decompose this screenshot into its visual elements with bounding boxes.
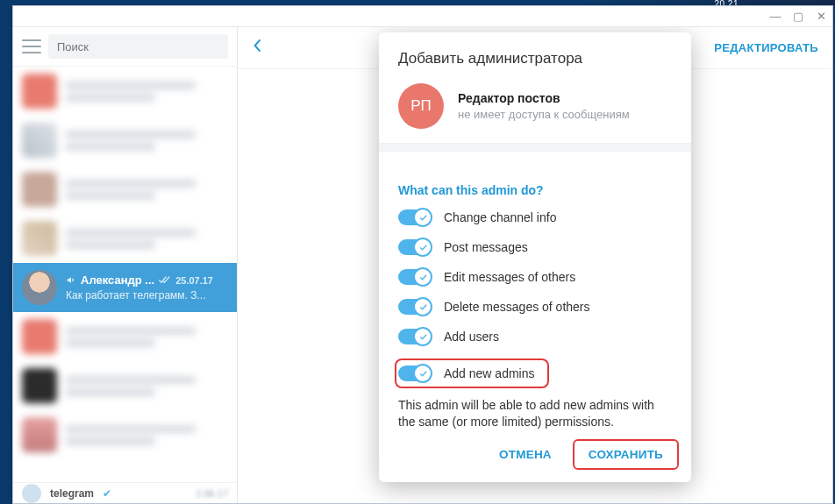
perm-label: Add users — [444, 330, 499, 344]
perm-row-edit_others: Edit messages of others — [398, 269, 672, 285]
chat-item[interactable] — [13, 165, 237, 214]
perm-row-post: Post messages — [398, 239, 672, 255]
avatar: РП — [398, 83, 444, 129]
toggle-add_users[interactable] — [398, 329, 432, 344]
menu-button[interactable] — [22, 39, 41, 53]
avatar — [22, 484, 41, 503]
user-name: Редактор постов — [458, 91, 630, 105]
window-maximize-button[interactable]: ▢ — [792, 11, 804, 23]
chat-list[interactable]: Александр ... 25.07.17 Как работает теле… — [13, 67, 237, 503]
admin-user-row: РП Редактор постов не имеет доступа к со… — [398, 83, 672, 129]
toggle-edit_others[interactable] — [398, 269, 432, 285]
add-admin-dialog: Добавить администратора РП Редактор пост… — [379, 32, 691, 482]
toggle-change_info[interactable] — [398, 209, 432, 225]
app-window: — ▢ ✕ — [12, 5, 833, 504]
avatar — [22, 270, 57, 305]
chat-item[interactable] — [13, 116, 237, 165]
chat-preview: Как работает телеграмм. З... — [66, 289, 228, 302]
main-panel: РЕДАКТИРОВАТЬ Добавить администратора РП… — [238, 27, 832, 503]
chat-item[interactable] — [13, 67, 237, 116]
save-button[interactable]: СОХРАНИТЬ — [573, 439, 679, 470]
perm-label: Add new admins — [444, 366, 535, 380]
chat-item[interactable]: telegram ✔ 2.06.17 — [13, 482, 237, 503]
chat-item[interactable] — [13, 312, 237, 361]
verified-icon: ✔ — [103, 487, 111, 500]
window-minimize-button[interactable]: — — [769, 11, 781, 23]
chat-item-active[interactable]: Александр ... 25.07.17 Как работает теле… — [13, 263, 237, 312]
chat-title: telegram — [50, 487, 94, 500]
chat-item[interactable] — [13, 410, 237, 459]
perm-row-change_info: Change channel info — [398, 209, 672, 225]
window-close-button[interactable]: ✕ — [815, 11, 827, 23]
desktop-edge — [0, 5, 12, 504]
permissions-note: This admin will be able to add new admin… — [398, 397, 672, 430]
toggle-add_admins[interactable] — [398, 366, 432, 381]
separator — [379, 143, 691, 152]
user-subtitle: не имеет доступа к сообщениям — [458, 108, 630, 121]
channel-icon — [66, 274, 77, 286]
titlebar: — ▢ ✕ — [13, 6, 832, 27]
permissions-heading: What can this admin do? — [398, 183, 672, 197]
toggle-post[interactable] — [398, 239, 432, 255]
perm-label: Delete messages of others — [444, 300, 590, 314]
search-input[interactable] — [48, 34, 228, 59]
toggle-delete_others[interactable] — [398, 299, 432, 315]
chat-item[interactable] — [13, 214, 237, 263]
cancel-button[interactable]: ОТМЕНА — [485, 439, 566, 470]
perm-label: Change channel info — [444, 210, 556, 224]
perm-row-add_users: Add users — [398, 329, 672, 344]
chat-title: Александр ... — [81, 273, 154, 287]
perm-row-delete_others: Delete messages of others — [398, 299, 672, 315]
read-checks-icon — [158, 275, 172, 285]
dialog-title: Добавить администратора — [398, 50, 672, 67]
modal-overlay: Добавить администратора РП Редактор пост… — [238, 27, 832, 503]
chat-date: 25.07.17 — [175, 275, 213, 286]
chat-item[interactable] — [13, 361, 237, 410]
perm-label: Post messages — [444, 240, 528, 254]
chat-date: 2.06.17 — [196, 488, 228, 499]
perm-row-add_admins: Add new admins — [395, 358, 549, 388]
perm-label: Edit messages of others — [444, 270, 575, 284]
sidebar: Александр ... 25.07.17 Как работает теле… — [13, 27, 238, 503]
